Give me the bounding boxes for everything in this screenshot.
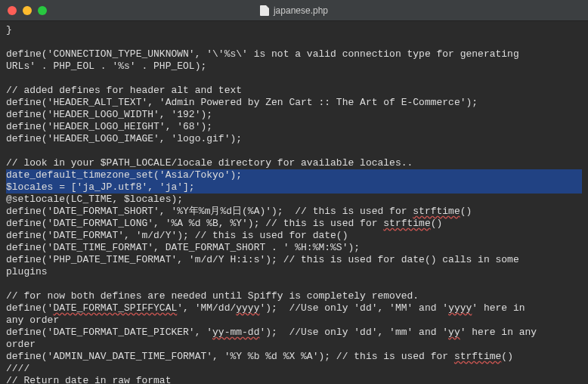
code-span: define('DATE_FORMAT_DATE_PICKER', ': [6, 327, 212, 338]
code-span: ' here in any: [460, 327, 537, 338]
code-line[interactable]: define('HEADER_LOGO_HEIGHT', '68');: [6, 121, 582, 133]
code-line[interactable]: ////: [6, 363, 582, 375]
code-warning-span: yyyy: [236, 302, 259, 314]
code-line[interactable]: define('DATE_FORMAT_SPIFFYCAL', 'MM/dd/y…: [6, 302, 582, 314]
code-line[interactable]: define('HEADER_LOGO_WIDTH', '192');: [6, 109, 582, 121]
code-line[interactable]: }: [6, 24, 582, 36]
code-line[interactable]: define('HEADER_ALT_TEXT', 'Admin Powered…: [6, 97, 582, 109]
code-warning-span: strftime: [383, 218, 430, 229]
code-line[interactable]: define('DATE_FORMAT_DATE_PICKER', 'yy-mm…: [6, 327, 582, 339]
code-line[interactable]: [6, 145, 582, 157]
code-span: define('ADMIN_NAV_DATE_TIME_FORMAT', '%Y…: [6, 351, 454, 362]
code-warning-span: yyyy: [448, 302, 472, 314]
code-warning-span: DATE_FORMAT_SPIFFYCAL: [53, 302, 177, 314]
code-line[interactable]: // for now both defines are needed until…: [6, 290, 582, 302]
zoom-icon[interactable]: [38, 6, 47, 15]
window-title: japanese.php: [0, 5, 588, 17]
code-line[interactable]: define('HEADER_LOGO_IMAGE', 'logo.gif');: [6, 133, 582, 145]
code-line[interactable]: [6, 278, 582, 290]
code-span: define('DATE_FORMAT_SHORT', '%Y年%m月%d日(%…: [6, 206, 413, 217]
code-editor[interactable]: } define('CONNECTION_TYPE_UNKNOWN', '\'%…: [0, 21, 588, 384]
file-icon: [260, 5, 269, 16]
close-icon[interactable]: [8, 6, 17, 15]
code-line[interactable]: define('ADMIN_NAV_DATE_TIME_FORMAT', '%Y…: [6, 351, 582, 363]
window-controls: [0, 6, 47, 15]
code-line[interactable]: define('DATE_FORMAT_SHORT', '%Y年%m月%d日(%…: [6, 206, 582, 218]
code-span: (): [460, 206, 472, 217]
code-line[interactable]: define('PHP_DATE_TIME_FORMAT', 'm/d/Y H:…: [6, 254, 582, 266]
code-line[interactable]: define('DATE_TIME_FORMAT', DATE_FORMAT_S…: [6, 242, 582, 254]
code-line[interactable]: $locales = ['ja_JP.utf8', 'ja'];: [6, 181, 582, 194]
code-line[interactable]: // look in your $PATH_LOCALE/locale dire…: [6, 157, 582, 169]
code-line[interactable]: // added defines for header alt and text: [6, 85, 582, 97]
minimize-icon[interactable]: [23, 6, 32, 15]
code-span: '); //Use only 'dd', 'MM' and ': [259, 302, 448, 314]
code-warning-span: strftime: [413, 206, 460, 217]
code-line[interactable]: [6, 73, 582, 85]
code-line[interactable]: date_default_timezone_set('Asia/Tokyo');: [6, 169, 582, 181]
code-line[interactable]: define('DATE_FORMAT_LONG', '%A %d %B, %Y…: [6, 218, 582, 230]
code-line[interactable]: define('CONNECTION_TYPE_UNKNOWN', '\'%s\…: [6, 48, 582, 60]
code-span: ' here in: [472, 302, 525, 314]
code-line[interactable]: any order: [6, 314, 582, 327]
code-span: (): [431, 218, 443, 229]
code-line[interactable]: order: [6, 339, 582, 351]
code-line[interactable]: [6, 36, 582, 48]
code-span: ', 'MM/dd/: [177, 302, 236, 314]
code-line[interactable]: URLs' . PHP_EOL . '%s' . PHP_EOL);: [6, 60, 582, 73]
code-line[interactable]: @setlocale(LC_TIME, $locales);: [6, 194, 582, 206]
code-span: define('DATE_FORMAT_LONG', '%A %d %B, %Y…: [6, 218, 383, 229]
code-span: (): [501, 351, 513, 362]
code-line[interactable]: define('DATE_FORMAT', 'm/d/Y'); // this …: [6, 230, 582, 242]
filename-label: japanese.php: [274, 5, 328, 17]
code-line[interactable]: plugins: [6, 266, 582, 278]
code-span: '); //Use only 'dd', 'mm' and ': [259, 327, 448, 338]
code-line[interactable]: // Return date in raw format: [6, 375, 582, 384]
window-titlebar[interactable]: japanese.php: [0, 0, 588, 21]
code-warning-span: strftime: [454, 351, 501, 362]
code-span: define(': [6, 302, 53, 314]
code-warning-span: yy: [448, 327, 460, 338]
code-warning-span: yy-mm-dd: [212, 327, 259, 338]
